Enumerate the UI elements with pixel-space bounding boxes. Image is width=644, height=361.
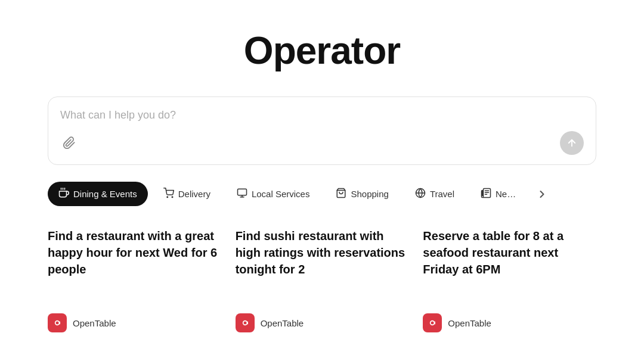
send-button[interactable] (560, 131, 584, 155)
suggestion-source-2: OpenTable (423, 313, 596, 332)
suggestion-text-1: Find sushi restaurant with high ratings … (236, 228, 409, 278)
tab-local-services[interactable]: Local Services (226, 182, 321, 206)
travel-icon (415, 188, 426, 200)
suggestion-text-0: Find a restaurant with a great happy hou… (48, 228, 221, 278)
tab-dining-events-label: Dining & Events (73, 189, 137, 199)
page-container: Operator (0, 0, 644, 332)
svg-point-16 (56, 322, 59, 325)
more-tabs-button[interactable] (531, 183, 553, 205)
suggestion-card-0[interactable]: Find a restaurant with a great happy hou… (48, 228, 221, 332)
search-bottom-row (60, 131, 584, 155)
suggestion-card-2[interactable]: Reserve a table for 8 at a seafood resta… (423, 228, 596, 332)
tab-delivery[interactable]: Delivery (153, 182, 221, 206)
opentable-logo-1 (236, 313, 255, 332)
svg-rect-23 (434, 322, 435, 325)
svg-rect-20 (247, 322, 248, 325)
delivery-icon (163, 188, 174, 200)
suggestion-card-1[interactable]: Find sushi restaurant with high ratings … (236, 228, 409, 332)
tab-local-services-label: Local Services (252, 189, 310, 199)
opentable-logo-0 (48, 313, 67, 332)
tab-delivery-label: Delivery (178, 189, 210, 199)
dining-icon (58, 188, 69, 200)
opentable-logo-2 (423, 313, 442, 332)
tab-shopping[interactable]: Shopping (325, 182, 399, 206)
svg-point-22 (431, 322, 434, 325)
suggestion-source-name-1: OpenTable (261, 318, 304, 328)
tab-travel[interactable]: Travel (404, 182, 465, 206)
tab-dining-events[interactable]: Dining & Events (48, 182, 148, 206)
tab-travel-label: Travel (430, 189, 454, 199)
news-icon (481, 188, 491, 200)
search-input[interactable] (60, 109, 584, 131)
tab-shopping-label: Shopping (351, 189, 388, 199)
shopping-icon (336, 188, 346, 200)
suggestion-text-2: Reserve a table for 8 at a seafood resta… (423, 228, 596, 278)
tab-news-label: Ne… (496, 189, 516, 199)
svg-rect-6 (237, 189, 246, 195)
svg-point-4 (167, 197, 168, 198)
app-title: Operator (48, 0, 596, 97)
suggestion-source-0: OpenTable (48, 313, 221, 332)
svg-point-5 (172, 197, 173, 198)
suggestion-source-name-0: OpenTable (73, 318, 116, 328)
attach-icon[interactable] (60, 134, 78, 152)
local-services-icon (237, 188, 247, 200)
suggestions-grid: Find a restaurant with a great happy hou… (48, 228, 596, 332)
category-tabs: Dining & Events Delivery Local Servi (48, 182, 596, 206)
suggestion-source-1: OpenTable (236, 313, 409, 332)
search-area (48, 97, 596, 165)
tab-news[interactable]: Ne… (470, 182, 527, 206)
svg-point-19 (243, 322, 246, 325)
suggestion-source-name-2: OpenTable (448, 318, 491, 328)
svg-rect-17 (59, 322, 60, 325)
